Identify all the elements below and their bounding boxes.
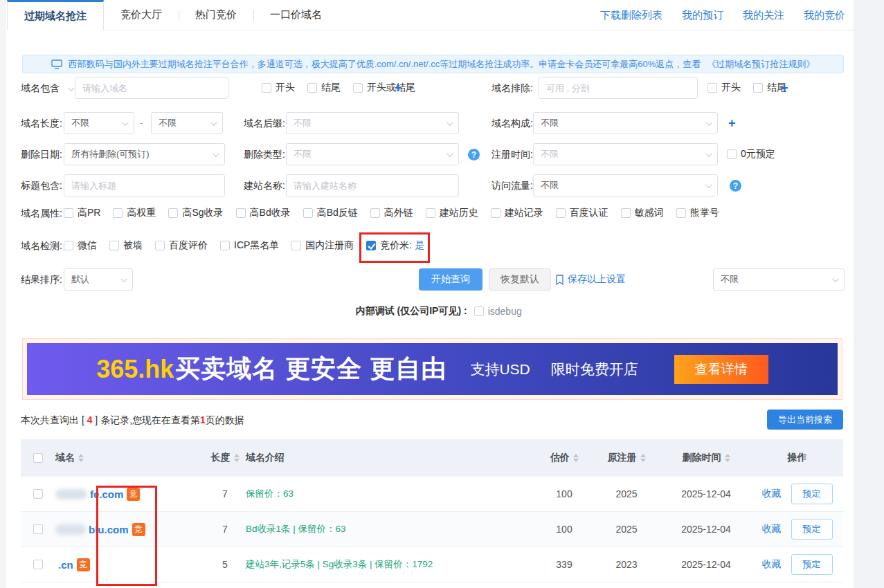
checkbox[interactable] [491,208,500,218]
checkbox[interactable] [676,208,686,218]
header-delete-time[interactable]: 删除时间 [661,452,751,464]
search-button[interactable]: 开始查询 [419,268,482,291]
domain-length-from-select[interactable]: 不限 [64,112,134,134]
top-link[interactable]: 我的竞价 [804,9,845,22]
reserve-button[interactable]: 预定 [791,484,833,504]
checkbox[interactable] [168,208,178,218]
sort-icon[interactable] [78,454,84,462]
reset-button[interactable]: 恢复默认 [489,268,551,291]
add-condition-icon[interactable]: + [395,77,402,99]
ad-banner[interactable]: 365.hk 买卖域名 更安全 更自由 支持USD 限时免费开店 查看详情 [27,343,838,395]
debug-checkbox[interactable] [474,306,484,316]
domain-compose-select[interactable]: 不限 [533,112,718,134]
checkbox[interactable] [220,241,230,250]
domain-link[interactable]: fe.com [90,488,123,500]
notice-rules-link[interactable]: 《过期域名预订抢注规则》 [707,58,815,71]
title-contains-input[interactable] [71,181,217,191]
checkbox-option[interactable]: 熊掌号 [676,207,719,219]
checkbox[interactable] [753,83,763,93]
sort-icon[interactable] [725,454,730,462]
tab-auction-hall[interactable]: 竞价大厅 [104,0,179,30]
sort-icon[interactable] [640,454,646,462]
traffic-select[interactable]: 不限 [533,174,718,196]
checkbox[interactable] [307,83,317,93]
row-checkbox[interactable] [33,524,43,534]
checkbox-option[interactable]: 被墙 [109,239,143,252]
top-link[interactable]: 我的预订 [682,9,723,22]
checkbox-option[interactable]: 百度评价 [155,239,208,252]
checkbox-option[interactable]: 百度认证 [556,207,608,219]
checkbox-option[interactable]: 高权重 [113,207,156,219]
checkbox-option[interactable]: 高PR [64,207,100,219]
delete-type-help-icon[interactable]: ? [468,149,480,160]
header-length[interactable]: 长度 [204,452,246,464]
favorite-link[interactable]: 收藏 [762,558,782,571]
checkbox-option[interactable]: 高Bd反链 [303,207,358,219]
domain-exclude-input[interactable] [546,83,690,93]
row-checkbox[interactable] [33,560,43,569]
checkbox-option[interactable]: 高Bd收录 [236,207,291,219]
domain-contains-input[interactable] [82,83,221,93]
sort-icon[interactable] [234,454,240,462]
favorite-link[interactable]: 收藏 [762,523,782,535]
checkbox[interactable] [291,241,301,250]
checkbox[interactable] [262,83,271,93]
sort-select[interactable]: 默认 [64,268,133,291]
checkbox[interactable] [64,241,73,250]
checkbox[interactable] [109,241,119,250]
checkbox[interactable] [621,208,631,218]
checkbox-option[interactable]: 国内注册商 [291,239,354,252]
checkbox[interactable] [707,83,717,93]
checkbox[interactable] [64,208,73,218]
sort-icon[interactable] [573,454,579,462]
reserve-button[interactable]: 预定 [791,554,833,575]
traffic-help-icon[interactable]: ? [730,180,741,192]
checkbox-option[interactable]: 建站记录 [491,207,543,219]
top-link[interactable]: 我的关注 [743,9,784,22]
header-domain[interactable]: 域名 [55,452,204,464]
checkbox-option[interactable]: 开头 [262,82,295,94]
tab-fixed-price[interactable]: 一口价域名 [253,0,339,30]
header-reg[interactable]: 原注册 [592,452,661,464]
checkbox[interactable] [727,149,737,159]
row-checkbox[interactable] [33,489,43,499]
checkbox[interactable] [426,208,435,218]
page-size-select[interactable]: 不限 [713,268,845,291]
checkbox[interactable] [303,208,313,218]
zero-reserve-option[interactable]: 0元预定 [727,148,775,160]
domain-contains-label[interactable]: 域名包含 [21,77,73,99]
checkbox[interactable] [155,241,165,250]
reserve-button[interactable]: 预定 [791,519,833,540]
add-exclude-icon[interactable]: + [781,77,788,99]
domain-suffix-select[interactable]: 不限 [286,112,459,134]
top-link[interactable]: 下载删除列表 [600,9,662,22]
delete-date-select[interactable]: 所有待删除(可预订) [64,143,225,165]
favorite-link[interactable]: 收藏 [762,488,782,500]
checkbox-option[interactable]: 微信 [64,239,97,252]
checkbox-checked[interactable] [366,241,376,250]
checkbox-option[interactable]: ICP黑名单 [220,239,279,252]
select-all-checkbox[interactable] [33,453,43,463]
checkbox[interactable] [113,208,123,218]
banner-cta-button[interactable]: 查看详情 [674,355,768,384]
domain-link[interactable]: blu.com [89,524,129,535]
domain-link[interactable]: .cn [58,559,73,571]
checkbox-option[interactable]: 敏感词 [621,207,664,219]
tab-expired-domains[interactable]: 过期域名抢注 [7,0,104,30]
checkbox[interactable] [370,208,380,218]
domain-length-to-select[interactable]: 不限 [151,112,223,134]
bid-mi-option[interactable]: 竞价米: 是 [366,239,424,252]
checkbox-option[interactable]: 开头 [707,82,741,94]
reg-time-select[interactable]: 不限 [533,143,718,165]
checkbox-option[interactable]: 开头或结尾 [353,82,415,94]
checkbox-option[interactable]: 高外链 [370,207,413,219]
checkbox[interactable] [556,208,566,218]
checkbox-option[interactable]: 结尾 [307,82,341,94]
tab-hot-auctions[interactable]: 热门竞价 [179,0,253,30]
header-price[interactable]: 估价 [536,452,592,464]
checkbox[interactable] [353,83,363,93]
save-settings-link[interactable]: 保存以上设置 [555,268,626,291]
add-compose-icon[interactable]: + [728,112,736,134]
checkbox-option[interactable]: 高Sg收录 [168,207,223,219]
checkbox[interactable] [236,208,246,218]
